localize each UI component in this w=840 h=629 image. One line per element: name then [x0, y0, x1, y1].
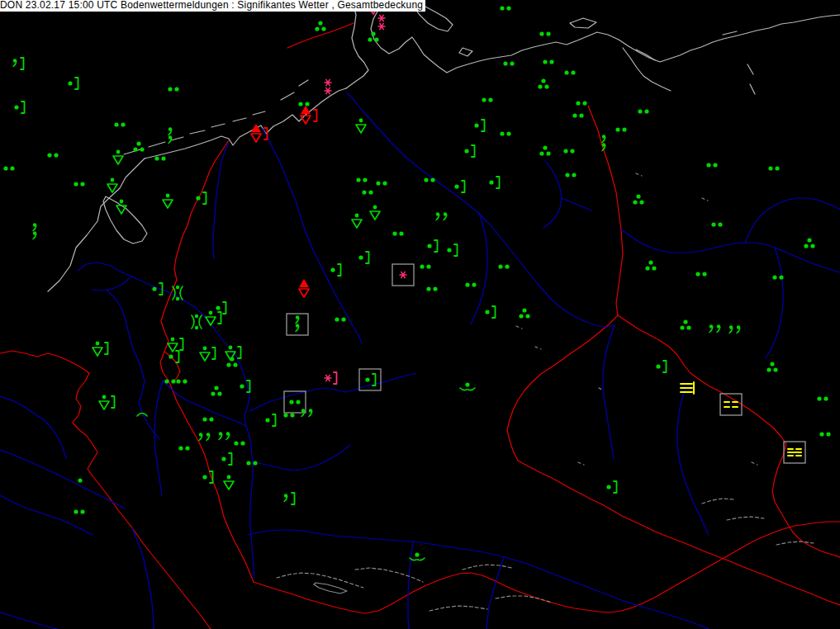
wx-symbol-dots2 — [563, 149, 574, 153]
wx-symbol-dots2 — [498, 264, 509, 268]
wx-symbol-dot-bracket — [168, 351, 178, 362]
wx-symbol-dot-bracket — [330, 264, 340, 276]
wx-symbol-dot — [78, 478, 82, 482]
coast-northsea — [145, 88, 346, 158]
wx-symbol-dots2 — [114, 122, 125, 126]
wx-symbol-dots2 — [638, 109, 648, 113]
wx-symbol-dots3 — [804, 238, 814, 248]
river-inn-lech — [408, 542, 504, 629]
wx-symbol-dot-bracket — [606, 481, 616, 493]
wx-symbol-commas2 — [436, 212, 447, 220]
wx-symbol-dots2 — [376, 181, 387, 185]
wx-symbol-commas2v — [287, 314, 308, 335]
terrain-alps-1 — [277, 573, 363, 588]
border-be-fr — [0, 351, 211, 629]
wx-symbol-dots2 — [392, 231, 403, 235]
coast-dashes-ne — [723, 31, 755, 94]
river-danube — [248, 530, 709, 629]
wx-symbol-dots3 — [538, 78, 548, 88]
wx-symbol-dots2 — [817, 396, 828, 400]
wx-symbol-dots2 — [424, 177, 434, 182]
coast-danish-isles — [413, 2, 596, 56]
wx-symbol-dot-bracket — [454, 181, 464, 192]
river-warta-branch — [745, 198, 840, 243]
wx-symbol-dots3 — [539, 145, 550, 155]
wx-symbol-hail — [299, 279, 309, 297]
wx-symbol-fog-patch — [720, 394, 742, 415]
wx-symbol-dots2 — [695, 272, 706, 276]
wx-symbol-bowtie — [173, 286, 183, 300]
wx-symbol-dots3 — [680, 319, 691, 329]
wx-symbol-dot-bracket — [489, 177, 499, 188]
wx-symbol-dots2 — [202, 417, 213, 421]
wx-symbol-fog-patch2 — [784, 442, 805, 463]
terrain-carpath — [702, 499, 814, 545]
wx-symbol-dot-bracket — [358, 252, 368, 263]
river-warta-upper — [766, 248, 783, 358]
river-saale — [471, 213, 487, 324]
map-canvas — [0, 0, 840, 629]
wx-symbol-dots2 — [465, 282, 476, 286]
wx-symbol-dots2 — [74, 182, 84, 186]
wx-symbol-bowtie — [192, 314, 202, 329]
wx-symbol-snow-bracket — [325, 372, 337, 384]
wx-symbol-comma-bracket — [284, 493, 295, 504]
wx-symbol-dots2 — [503, 61, 514, 65]
river-elbe — [347, 92, 615, 327]
wx-symbol-snow2v — [325, 79, 331, 93]
wx-symbol-dots2 — [3, 166, 14, 170]
wx-symbol-dots2 — [283, 413, 294, 417]
wx-symbol-dot-bracket — [68, 78, 78, 89]
wx-symbol-dots2 — [539, 31, 550, 35]
wx-symbol-dots3 — [519, 308, 529, 318]
wx-symbol-dot-bracket — [427, 240, 437, 252]
wx-symbol-dots2 — [572, 113, 583, 117]
border-cz-de — [507, 315, 618, 461]
wx-symbol-dot-bracket — [447, 244, 457, 256]
border-dk-de — [287, 23, 354, 48]
wx-symbol-dot-bracket — [464, 145, 474, 157]
wx-symbol-commas2 — [709, 324, 720, 332]
terrain-alps-3 — [463, 565, 512, 570]
wx-symbol-dots2 — [74, 509, 84, 513]
river-maas — [107, 291, 159, 439]
wx-symbol-dots2 — [426, 286, 437, 291]
wx-symbol-virga — [460, 382, 475, 390]
river-neckar — [252, 445, 350, 471]
wx-symbol-dots2 — [772, 275, 783, 279]
map-geometry — [0, 0, 840, 629]
river-warta — [621, 229, 840, 272]
wx-symbol-commas2 — [729, 325, 740, 333]
wx-symbol-arc — [137, 414, 147, 417]
wx-symbol-shower-bracket — [168, 338, 183, 352]
wx-symbol-dot-bracket — [221, 453, 231, 465]
lake-constance — [314, 583, 347, 594]
wx-symbol-dots2 — [565, 173, 576, 177]
river-weser — [263, 129, 362, 343]
wx-symbol-shower — [163, 194, 173, 208]
wx-symbol-dots2 — [356, 177, 367, 182]
wx-symbol-dots2 — [176, 379, 187, 383]
terrain-alps-5 — [496, 596, 552, 603]
wx-symbol-shower — [356, 119, 366, 133]
wx-symbol-shower — [370, 206, 380, 220]
wx-symbol-dots2 — [819, 432, 830, 436]
coast-denmark-west — [346, 0, 368, 88]
border-nl-de — [173, 140, 229, 290]
wx-symbol-shower — [107, 178, 117, 192]
terrain-alps-2 — [355, 568, 423, 582]
wx-symbol-dots2 — [500, 6, 510, 10]
wx-symbol-shower — [116, 200, 126, 214]
weather-symbols — [3, 2, 830, 560]
wx-symbol-dots2 — [234, 441, 244, 445]
wx-symbol-dot-bracket — [14, 102, 24, 113]
lake-ijsselmeer — [103, 196, 147, 244]
wx-symbol-dots2 — [564, 70, 575, 74]
wx-symbol-dots3 — [633, 194, 643, 204]
wx-symbol-dots2 — [362, 190, 373, 194]
coast-wadden-islands — [124, 80, 308, 154]
wx-symbol-snow — [392, 264, 414, 286]
wx-symbol-dots2 — [168, 87, 178, 91]
border-alps — [254, 522, 840, 613]
wx-symbol-commas2v — [168, 127, 172, 143]
